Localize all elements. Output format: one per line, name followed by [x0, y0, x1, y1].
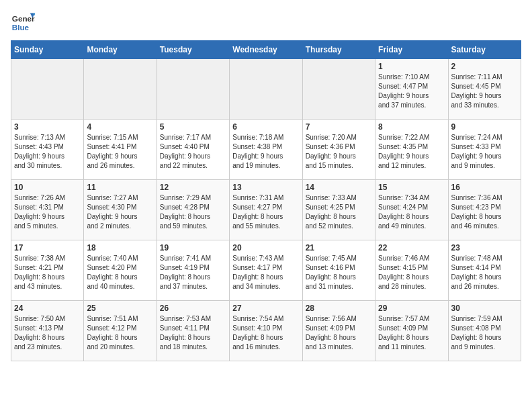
day-number: 22: [378, 243, 445, 253]
calendar-cell: 28Sunrise: 7:56 AM Sunset: 4:09 PM Dayli…: [302, 301, 375, 361]
day-info: Sunrise: 7:31 AM Sunset: 4:27 PM Dayligh…: [232, 193, 299, 231]
calendar-cell: 3Sunrise: 7:13 AM Sunset: 4:43 PM Daylig…: [11, 120, 84, 180]
calendar-cell: 13Sunrise: 7:31 AM Sunset: 4:27 PM Dayli…: [230, 180, 302, 240]
calendar-cell: 21Sunrise: 7:45 AM Sunset: 4:16 PM Dayli…: [302, 240, 375, 301]
calendar-cell: [84, 59, 157, 120]
day-number: 27: [232, 304, 299, 313]
day-info: Sunrise: 7:56 AM Sunset: 4:09 PM Dayligh…: [306, 314, 372, 352]
calendar-cell: 15Sunrise: 7:34 AM Sunset: 4:24 PM Dayli…: [375, 180, 448, 240]
weekday-header-wednesday: Wednesday: [230, 41, 302, 59]
calendar-cell: 24Sunrise: 7:50 AM Sunset: 4:13 PM Dayli…: [11, 301, 84, 361]
day-info: Sunrise: 7:46 AM Sunset: 4:15 PM Dayligh…: [378, 254, 445, 291]
day-info: Sunrise: 7:33 AM Sunset: 4:25 PM Dayligh…: [306, 193, 372, 231]
logo: General Blue: [11, 11, 35, 35]
day-info: Sunrise: 7:27 AM Sunset: 4:30 PM Dayligh…: [87, 193, 153, 231]
calendar-cell: 10Sunrise: 7:26 AM Sunset: 4:31 PM Dayli…: [11, 180, 84, 240]
day-number: 30: [451, 304, 518, 313]
day-number: 14: [306, 183, 372, 192]
calendar-cell: 11Sunrise: 7:27 AM Sunset: 4:30 PM Dayli…: [84, 180, 157, 240]
calendar-cell: 14Sunrise: 7:33 AM Sunset: 4:25 PM Dayli…: [302, 180, 375, 240]
day-info: Sunrise: 7:48 AM Sunset: 4:14 PM Dayligh…: [451, 254, 518, 291]
weekday-header-sunday: Sunday: [11, 41, 84, 59]
calendar-cell: [230, 59, 302, 120]
calendar-cell: 12Sunrise: 7:29 AM Sunset: 4:28 PM Dayli…: [157, 180, 229, 240]
day-number: 10: [14, 183, 81, 192]
calendar-cell: 26Sunrise: 7:53 AM Sunset: 4:11 PM Dayli…: [157, 301, 229, 361]
day-number: 12: [160, 183, 226, 192]
day-info: Sunrise: 7:26 AM Sunset: 4:31 PM Dayligh…: [14, 193, 81, 231]
calendar-cell: 27Sunrise: 7:54 AM Sunset: 4:10 PM Dayli…: [230, 301, 302, 361]
calendar-cell: [157, 59, 229, 120]
calendar-cell: 6Sunrise: 7:18 AM Sunset: 4:38 PM Daylig…: [230, 120, 302, 180]
day-info: Sunrise: 7:34 AM Sunset: 4:24 PM Dayligh…: [378, 193, 445, 231]
day-number: 4: [87, 122, 153, 132]
day-number: 29: [378, 304, 445, 313]
day-info: Sunrise: 7:15 AM Sunset: 4:41 PM Dayligh…: [87, 133, 153, 171]
weekday-header-saturday: Saturday: [448, 41, 521, 59]
day-info: Sunrise: 7:54 AM Sunset: 4:10 PM Dayligh…: [232, 314, 299, 352]
day-number: 23: [451, 243, 518, 253]
calendar-week-row: 10Sunrise: 7:26 AM Sunset: 4:31 PM Dayli…: [11, 180, 521, 240]
calendar-cell: 29Sunrise: 7:57 AM Sunset: 4:09 PM Dayli…: [375, 301, 448, 361]
day-info: Sunrise: 7:17 AM Sunset: 4:40 PM Dayligh…: [160, 133, 226, 171]
weekday-header-tuesday: Tuesday: [157, 41, 229, 59]
calendar-cell: 1Sunrise: 7:10 AM Sunset: 4:47 PM Daylig…: [375, 59, 448, 120]
day-info: Sunrise: 7:45 AM Sunset: 4:16 PM Dayligh…: [306, 254, 372, 291]
calendar-cell: 18Sunrise: 7:40 AM Sunset: 4:20 PM Dayli…: [84, 240, 157, 301]
day-number: 2: [451, 62, 518, 71]
day-number: 7: [306, 122, 372, 132]
day-number: 11: [87, 183, 153, 192]
day-number: 15: [378, 183, 445, 192]
day-info: Sunrise: 7:41 AM Sunset: 4:19 PM Dayligh…: [160, 254, 226, 291]
calendar-cell: 5Sunrise: 7:17 AM Sunset: 4:40 PM Daylig…: [157, 120, 229, 180]
calendar-cell: 22Sunrise: 7:46 AM Sunset: 4:15 PM Dayli…: [375, 240, 448, 301]
calendar-week-row: 24Sunrise: 7:50 AM Sunset: 4:13 PM Dayli…: [11, 301, 521, 361]
day-info: Sunrise: 7:38 AM Sunset: 4:21 PM Dayligh…: [14, 254, 81, 291]
day-info: Sunrise: 7:13 AM Sunset: 4:43 PM Dayligh…: [14, 133, 81, 171]
day-number: 8: [378, 122, 445, 132]
calendar-cell: 30Sunrise: 7:59 AM Sunset: 4:08 PM Dayli…: [448, 301, 521, 361]
day-number: 3: [14, 122, 81, 132]
day-number: 17: [14, 243, 81, 253]
day-number: 9: [451, 122, 518, 132]
day-info: Sunrise: 7:10 AM Sunset: 4:47 PM Dayligh…: [378, 73, 445, 110]
calendar-cell: 23Sunrise: 7:48 AM Sunset: 4:14 PM Dayli…: [448, 240, 521, 301]
calendar-cell: 8Sunrise: 7:22 AM Sunset: 4:35 PM Daylig…: [375, 120, 448, 180]
day-info: Sunrise: 7:53 AM Sunset: 4:11 PM Dayligh…: [160, 314, 226, 352]
day-info: Sunrise: 7:18 AM Sunset: 4:38 PM Dayligh…: [232, 133, 299, 171]
day-info: Sunrise: 7:57 AM Sunset: 4:09 PM Dayligh…: [378, 314, 445, 352]
weekday-header-thursday: Thursday: [302, 41, 375, 59]
day-info: Sunrise: 7:51 AM Sunset: 4:12 PM Dayligh…: [87, 314, 153, 352]
day-info: Sunrise: 7:43 AM Sunset: 4:17 PM Dayligh…: [232, 254, 299, 291]
calendar-cell: 7Sunrise: 7:20 AM Sunset: 4:36 PM Daylig…: [302, 120, 375, 180]
calendar-cell: 17Sunrise: 7:38 AM Sunset: 4:21 PM Dayli…: [11, 240, 84, 301]
calendar-week-row: 17Sunrise: 7:38 AM Sunset: 4:21 PM Dayli…: [11, 240, 521, 301]
day-number: 13: [232, 183, 299, 192]
weekday-header-friday: Friday: [375, 41, 448, 59]
day-number: 19: [160, 243, 226, 253]
page-header: General Blue: [11, 11, 521, 35]
calendar-week-row: 3Sunrise: 7:13 AM Sunset: 4:43 PM Daylig…: [11, 120, 521, 180]
calendar-cell: 2Sunrise: 7:11 AM Sunset: 4:45 PM Daylig…: [448, 59, 521, 120]
calendar-header-row: SundayMondayTuesdayWednesdayThursdayFrid…: [11, 41, 521, 59]
weekday-header-monday: Monday: [84, 41, 157, 59]
day-info: Sunrise: 7:40 AM Sunset: 4:20 PM Dayligh…: [87, 254, 153, 291]
day-info: Sunrise: 7:24 AM Sunset: 4:33 PM Dayligh…: [451, 133, 518, 171]
day-number: 21: [306, 243, 372, 253]
day-number: 5: [160, 122, 226, 132]
day-info: Sunrise: 7:20 AM Sunset: 4:36 PM Dayligh…: [306, 133, 372, 171]
calendar-cell: 4Sunrise: 7:15 AM Sunset: 4:41 PM Daylig…: [84, 120, 157, 180]
calendar-cell: 9Sunrise: 7:24 AM Sunset: 4:33 PM Daylig…: [448, 120, 521, 180]
day-info: Sunrise: 7:11 AM Sunset: 4:45 PM Dayligh…: [451, 73, 518, 110]
day-number: 20: [232, 243, 299, 253]
day-number: 24: [14, 304, 81, 313]
day-number: 25: [87, 304, 153, 313]
calendar-cell: [11, 59, 84, 120]
day-info: Sunrise: 7:36 AM Sunset: 4:23 PM Dayligh…: [451, 193, 518, 231]
calendar-cell: 20Sunrise: 7:43 AM Sunset: 4:17 PM Dayli…: [230, 240, 302, 301]
calendar-cell: 19Sunrise: 7:41 AM Sunset: 4:19 PM Dayli…: [157, 240, 229, 301]
day-info: Sunrise: 7:50 AM Sunset: 4:13 PM Dayligh…: [14, 314, 81, 352]
logo-icon: General Blue: [11, 11, 35, 35]
calendar-cell: 25Sunrise: 7:51 AM Sunset: 4:12 PM Dayli…: [84, 301, 157, 361]
day-info: Sunrise: 7:22 AM Sunset: 4:35 PM Dayligh…: [378, 133, 445, 171]
